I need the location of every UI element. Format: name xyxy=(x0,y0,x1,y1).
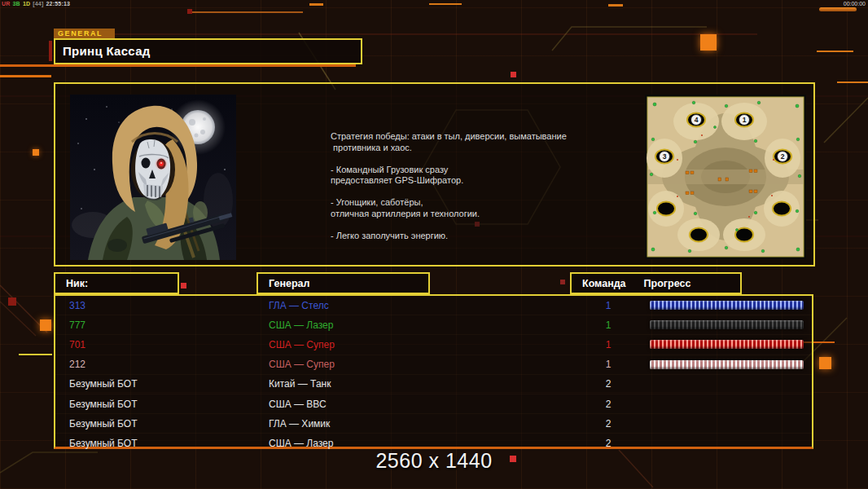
player-team: 1 xyxy=(580,359,637,370)
general-name-title: Принц Кассад xyxy=(54,38,362,64)
general-portrait xyxy=(70,95,236,260)
header-team-label: Команда xyxy=(582,278,626,289)
player-team: 2 xyxy=(580,399,637,410)
player-nick: 313 xyxy=(69,300,269,311)
player-general: США — Лазер xyxy=(269,319,580,331)
table-row: Безумный БОТ США — ВВС 2 xyxy=(55,394,812,413)
match-loading-screen: UR3B1D[44]22:55:13 00:00:00 GENERAL Прин… xyxy=(0,0,868,489)
player-nick: 212 xyxy=(69,359,269,370)
player-nick: Безумный БОТ xyxy=(69,438,269,449)
minimap: 4 1 3 2 xyxy=(645,95,806,259)
player-team: 1 xyxy=(580,319,637,331)
decor-square xyxy=(33,149,39,156)
player-team: 1 xyxy=(580,300,637,311)
progress-bar xyxy=(650,360,804,369)
players-table: 313 ГЛА — Стелс 1 777 США — Лазер 1 701 … xyxy=(54,294,813,449)
perf-overlay-token: 3B xyxy=(13,1,20,7)
table-row: Безумный БОТ ГЛА — Химик 2 xyxy=(55,413,812,433)
table-row: 701 США — Супер 1 xyxy=(55,334,812,354)
perf-overlay-token: [44] xyxy=(33,1,43,7)
perf-overlay: UR3B1D[44]22:55:13 xyxy=(2,1,72,7)
header-general-label: Генерал xyxy=(269,278,309,289)
decor-square xyxy=(511,72,516,77)
decor-dash xyxy=(608,4,623,7)
general-tab-label: GENERAL xyxy=(54,29,115,38)
header-general: Генерал xyxy=(256,272,430,294)
decor-line xyxy=(0,75,51,77)
players-table-body: 313 ГЛА — Стелс 1 777 США — Лазер 1 701 … xyxy=(55,296,812,453)
header-team-progress: Команда Прогресс xyxy=(570,272,742,294)
player-general: США — ВВС xyxy=(269,399,580,410)
progress-bar xyxy=(650,320,804,329)
player-general: США — Лазер xyxy=(269,438,580,449)
match-timer: 00:00:00 xyxy=(844,1,866,7)
player-general: США — Супер xyxy=(269,359,580,370)
table-row: 777 США — Лазер 1 xyxy=(55,315,812,334)
start-pos-3: 3 xyxy=(663,152,667,161)
table-row: Безумный БОТ Китай — Танк 2 xyxy=(55,374,812,394)
player-nick: 777 xyxy=(69,319,269,331)
progress-bar xyxy=(650,301,804,310)
decor-dash xyxy=(309,3,323,6)
header-progress-label: Прогресс xyxy=(644,278,691,289)
progress-bar xyxy=(650,340,804,349)
strategy-text: Стратегия победы: атаки в тыл, диверсии,… xyxy=(331,131,612,241)
decor-dash xyxy=(817,51,853,52)
table-row: 313 ГЛА — Стелс 1 xyxy=(55,296,812,315)
player-general: Китай — Танк xyxy=(269,378,580,390)
player-general: ГЛА — Стелс xyxy=(269,300,580,311)
start-pos-2: 2 xyxy=(781,152,785,161)
decor-line xyxy=(19,354,52,355)
decor-glow-square xyxy=(700,34,717,51)
decor-square xyxy=(187,9,192,14)
decor-square xyxy=(8,297,16,306)
decor-glow-square xyxy=(819,357,831,369)
perf-overlay-token: 1D xyxy=(23,1,30,7)
decor-dash xyxy=(429,3,462,5)
start-pos-1: 1 xyxy=(743,116,747,124)
decor-square xyxy=(560,280,565,284)
table-row: 212 США — Супер 1 xyxy=(55,355,812,374)
header-nick: Ник: xyxy=(54,272,179,294)
player-general: США — Супер xyxy=(269,339,580,350)
decor-dash xyxy=(837,82,868,83)
timer-bar xyxy=(819,7,857,11)
start-pos-4: 4 xyxy=(695,116,699,124)
player-nick: Безумный БОТ xyxy=(69,399,269,410)
decor-accent xyxy=(49,41,52,61)
title-underline xyxy=(0,64,356,67)
player-nick: Безумный БОТ xyxy=(69,378,269,390)
map-resolution-text: 2560 x 1440 xyxy=(0,449,868,473)
player-team: 2 xyxy=(580,418,637,430)
perf-overlay-token: 22:55:13 xyxy=(46,1,70,7)
player-general: ГЛА — Химик xyxy=(269,418,580,430)
decor-glow-square xyxy=(40,319,51,331)
player-nick: Безумный БОТ xyxy=(69,418,269,430)
player-team: 1 xyxy=(580,339,637,350)
player-team: 2 xyxy=(580,378,637,390)
decor-square xyxy=(181,283,186,289)
player-team: 2 xyxy=(580,438,637,449)
player-nick: 701 xyxy=(69,339,269,350)
header-nick-label: Ник: xyxy=(66,278,88,289)
perf-overlay-token: UR xyxy=(2,1,11,7)
